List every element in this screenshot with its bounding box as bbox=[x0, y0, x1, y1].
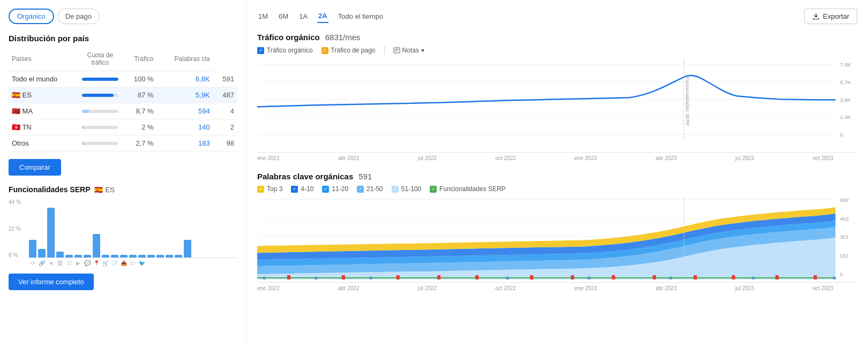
percent-1: 87 % bbox=[122, 87, 157, 103]
keywords-4: 98 bbox=[213, 135, 237, 151]
right-panel: 1M6M1A2ATodo el tiempo Exportar Tráfico … bbox=[246, 0, 868, 341]
compare-button[interactable]: Comparar bbox=[9, 159, 61, 176]
traffic-4: 183 bbox=[157, 135, 213, 151]
svg-rect-22 bbox=[571, 275, 574, 279]
country-name-2: 🇲🇦 MA bbox=[9, 103, 79, 119]
serp-y-22: 22 % bbox=[9, 226, 27, 232]
percent-4: 2,7 % bbox=[122, 135, 157, 151]
table-row: 🇲🇦 MA 8,7 % 594 4 bbox=[9, 103, 237, 119]
col-palabras: Palabras cla bbox=[157, 49, 213, 71]
svg-rect-21 bbox=[530, 275, 533, 279]
keywords-legend: ✓ Top 3 ✓ 4-10 ✓ 11-20 ✓ 21-50 ✓ 51-100 … bbox=[257, 185, 857, 193]
svg-text:G: G bbox=[751, 276, 754, 281]
x-abr2022: abr 2022 bbox=[338, 155, 359, 161]
serp-section: Funcionalidades SERP 🇪🇸 ES 44 % 22 % 0 %… bbox=[9, 185, 237, 290]
annotation-text: Funcionalidades SERP bbox=[685, 77, 690, 126]
export-label: Exportar bbox=[823, 12, 849, 20]
kw-legend-check-4: ✓ bbox=[392, 186, 399, 193]
traffic-chart-svg: Funcionalidades SERP 7,6K 5,7K 3,8K 1,9K… bbox=[257, 59, 857, 153]
svg-rect-0 bbox=[394, 48, 400, 53]
svg-text:G: G bbox=[369, 276, 372, 281]
depago-tab[interactable]: De pago bbox=[57, 9, 100, 24]
bar-fill-3 bbox=[82, 126, 84, 129]
serp-y-0: 0 % bbox=[9, 252, 27, 258]
x-oct2022: oct 2022 bbox=[496, 155, 516, 161]
kw-x-oct2022: oct 2022 bbox=[496, 285, 516, 291]
serp-icon-5: ▶ bbox=[74, 260, 82, 266]
serp-bar-16 bbox=[175, 255, 182, 257]
kw-x-ene2023: ene 2023 bbox=[574, 285, 597, 291]
y-label-0: 0 bbox=[840, 132, 843, 138]
serp-icon-7: 📍 bbox=[93, 260, 100, 266]
x-ene2022: ene 2022 bbox=[257, 155, 280, 161]
keywords-2: 4 bbox=[213, 103, 237, 119]
serp-bar-3 bbox=[56, 252, 64, 257]
bar-cell-1 bbox=[79, 87, 122, 103]
legend-pago-check: ✓ bbox=[321, 47, 328, 54]
svg-text:G: G bbox=[315, 276, 318, 281]
kw-legend-0: ✓ Top 3 bbox=[257, 185, 282, 193]
svg-rect-28 bbox=[814, 275, 817, 279]
kw-legend-1: ✓ 4-10 bbox=[291, 185, 313, 193]
traffic-chart-container: Funcionalidades SERP 7,6K 5,7K 3,8K 1,9K… bbox=[257, 59, 857, 161]
keywords-1: 487 bbox=[213, 87, 237, 103]
serp-chart: 44 % 22 % 0 % bbox=[9, 199, 237, 258]
serp-icon-12: 🐦 bbox=[138, 260, 146, 266]
kw-x-jul2022: jul 2022 bbox=[418, 285, 437, 291]
serp-bar-6 bbox=[84, 255, 91, 257]
serp-bar-1 bbox=[38, 249, 46, 257]
keywords-title: Palabras clave orgánicas bbox=[257, 172, 353, 181]
time-tab-1M[interactable]: 1M bbox=[257, 10, 269, 23]
distribution-title: Distribución por país bbox=[9, 34, 237, 43]
x-abr2023: abr 2023 bbox=[655, 155, 676, 161]
serp-flag: 🇪🇸 bbox=[94, 186, 103, 194]
legend-divider bbox=[384, 46, 385, 55]
notes-button[interactable]: Notas ▾ bbox=[393, 47, 424, 54]
y-label-57k: 5,7K bbox=[840, 79, 851, 85]
percent-3: 2 % bbox=[122, 119, 157, 135]
time-tab-2A[interactable]: 2A bbox=[317, 10, 328, 23]
view-report-button[interactable]: Ver informe completo bbox=[9, 274, 94, 290]
time-tab-1A[interactable]: 1A bbox=[298, 10, 309, 23]
serp-icon-6: 💬 bbox=[84, 260, 91, 266]
serp-bar-7 bbox=[93, 234, 100, 257]
organico-tab[interactable]: Orgánico bbox=[9, 9, 54, 24]
kw-legend-label-1: 4-10 bbox=[301, 185, 313, 193]
serp-icon-4: ☑ bbox=[65, 260, 73, 266]
percent-2: 8,7 % bbox=[122, 103, 157, 119]
serp-icon-0: ⟳ bbox=[29, 260, 36, 266]
traffic-title: Tráfico orgánico bbox=[257, 33, 320, 42]
serp-bar-8 bbox=[102, 255, 109, 257]
export-button[interactable]: Exportar bbox=[804, 9, 857, 24]
x-jul2022: jul 2022 bbox=[418, 155, 437, 161]
kw-x-oct2023: oct 2023 bbox=[813, 285, 833, 291]
col-paises: Países bbox=[9, 49, 79, 71]
legend-organico-check: ✓ bbox=[257, 47, 264, 54]
bar-fill-0 bbox=[82, 78, 118, 81]
serp-bar-2 bbox=[47, 208, 55, 257]
bar-bg-3 bbox=[82, 126, 118, 129]
kw-legend-5: ✓ Funcionalidades SERP bbox=[430, 185, 505, 193]
svg-rect-26 bbox=[732, 275, 735, 279]
serp-icon-2: ★ bbox=[47, 260, 55, 266]
kw-legend-check-3: ✓ bbox=[357, 186, 364, 193]
time-tab-Todo el tiempo[interactable]: Todo el tiempo bbox=[337, 10, 385, 23]
traffic-header: Tráfico orgánico 6831/mes bbox=[257, 33, 857, 42]
serp-bar-17 bbox=[184, 240, 191, 257]
bar-bg-2 bbox=[82, 110, 118, 113]
legend-organico: ✓ Tráfico orgánico bbox=[257, 47, 313, 54]
bar-fill-1 bbox=[82, 94, 114, 97]
svg-rect-27 bbox=[775, 275, 779, 279]
keywords-section: Palabras clave orgánicas 591 ✓ Top 3 ✓ 4… bbox=[257, 172, 857, 291]
bar-cell-4 bbox=[79, 135, 122, 151]
kw-legend-check-2: ✓ bbox=[322, 186, 329, 193]
flag-3: 🇹🇳 bbox=[12, 123, 20, 131]
svg-text:G: G bbox=[587, 276, 590, 281]
kw-legend-check-5: ✓ bbox=[430, 186, 437, 193]
serp-bar-5 bbox=[74, 255, 82, 257]
kw-legend-2: ✓ 11-20 bbox=[322, 185, 348, 193]
time-tab-6M[interactable]: 6M bbox=[278, 10, 289, 23]
table-row: Otros 2,7 % 183 98 bbox=[9, 135, 237, 151]
kw-y-0: 0 bbox=[840, 271, 843, 277]
serp-bar-9 bbox=[111, 255, 118, 257]
